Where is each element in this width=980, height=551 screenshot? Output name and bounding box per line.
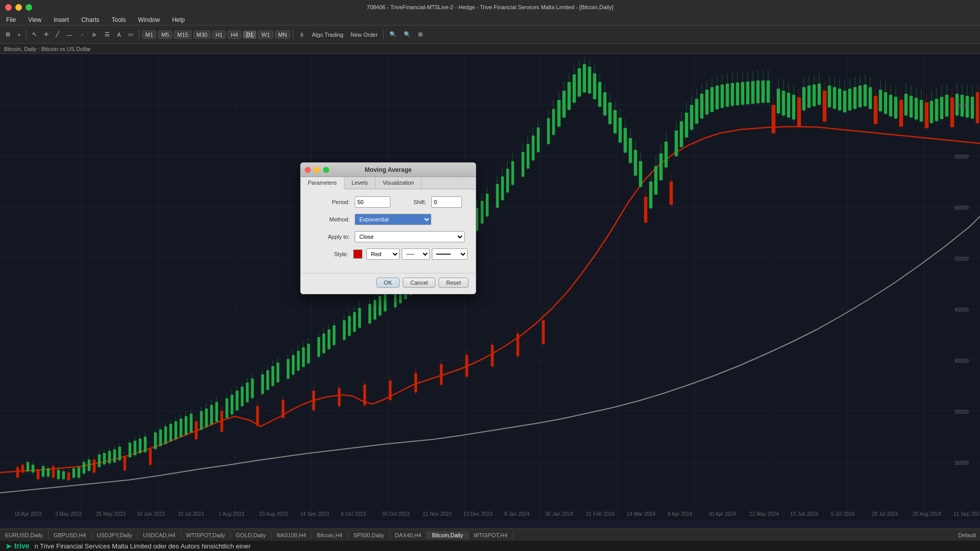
svg-rect-91 xyxy=(47,468,50,477)
menu-view[interactable]: View xyxy=(26,15,43,24)
svg-rect-175 xyxy=(307,344,310,363)
svg-rect-139 xyxy=(200,411,203,430)
btab-gbpusd[interactable]: GBPUSD,H4 xyxy=(48,531,92,539)
ma-dialog-titlebar[interactable]: Moving Average xyxy=(301,163,476,177)
svg-rect-249 xyxy=(547,118,550,144)
cancel-button[interactable]: Cancel xyxy=(403,278,435,288)
tf-h1[interactable]: H1 xyxy=(212,31,226,39)
period-input[interactable] xyxy=(355,196,390,208)
svg-rect-133 xyxy=(180,419,182,437)
traffic-lights[interactable] xyxy=(5,4,32,11)
apply-select[interactable]: Close Open High Low Median Price Typical… xyxy=(355,231,464,242)
btab-bitcoin-daily[interactable]: Bitcoin,Daily xyxy=(427,531,469,539)
svg-text:60000: 60000 xyxy=(954,205,969,211)
svg-rect-243 xyxy=(527,144,529,168)
ma-close-button[interactable] xyxy=(305,167,311,173)
svg-text:30 Apr 2024: 30 Apr 2024 xyxy=(708,511,736,517)
method-select[interactable]: Simple Exponential Smoothed Linear Weigh… xyxy=(355,214,431,225)
reset-button[interactable]: Reset xyxy=(438,278,469,288)
ma-maximize-button[interactable] xyxy=(323,167,329,173)
btab-usdcad[interactable]: USDCAD,H4 xyxy=(138,531,181,539)
svg-text:8 Jan 2024: 8 Jan 2024 xyxy=(504,511,530,517)
toolbar-hline[interactable]: — xyxy=(64,31,75,39)
toolbar-grid[interactable]: ⊞ xyxy=(415,30,425,39)
ma-tab-levels[interactable]: Levels xyxy=(345,177,376,189)
svg-rect-197 xyxy=(379,296,381,315)
svg-rect-0 xyxy=(0,54,980,520)
menu-tools[interactable]: Tools xyxy=(110,15,128,24)
btab-sp500[interactable]: SP500,Daily xyxy=(348,531,390,539)
svg-rect-187 xyxy=(348,316,351,336)
svg-rect-51 xyxy=(389,381,391,400)
menu-help[interactable]: Help xyxy=(170,15,187,24)
ma-minimize-button[interactable] xyxy=(314,167,320,173)
btab-nas100[interactable]: NAS100,H4 xyxy=(272,531,312,539)
tf-w1[interactable]: W1 xyxy=(258,31,273,39)
svg-text:25 May 2023: 25 May 2023 xyxy=(96,511,126,517)
toolbar-zoom-out[interactable]: 🔍 xyxy=(401,30,413,39)
color-swatch[interactable] xyxy=(353,249,362,259)
svg-rect-103 xyxy=(88,460,90,471)
toolbar-new-order[interactable]: New Order xyxy=(348,31,380,39)
toolbar-fib[interactable]: ☰ xyxy=(102,30,112,39)
tf-m1[interactable]: M1 xyxy=(142,31,156,39)
toolbar-text[interactable]: A xyxy=(114,31,123,39)
toolbar-algo-trading[interactable]: Algo Trading xyxy=(309,31,346,39)
tf-h4[interactable]: H4 xyxy=(228,31,241,39)
line-style-select[interactable]: ━━━━ - - - - · · · · xyxy=(432,248,468,260)
svg-rect-117 xyxy=(134,441,136,455)
color-select[interactable]: Red Blue Green xyxy=(366,248,400,260)
svg-text:3 May 2023: 3 May 2023 xyxy=(55,511,82,517)
ok-button[interactable]: OK xyxy=(376,278,400,288)
svg-rect-105 xyxy=(98,455,101,467)
tf-d1[interactable]: D1 xyxy=(243,31,256,39)
tf-mn[interactable]: MN xyxy=(275,31,290,39)
svg-rect-35 xyxy=(149,449,152,465)
btab-dax40[interactable]: DAX40,H4 xyxy=(390,531,427,539)
svg-rect-57 xyxy=(465,355,468,377)
svg-text:1 Aug 2023: 1 Aug 2023 xyxy=(218,511,244,517)
line-width-select[interactable]: ── ━━ ▬▬ xyxy=(402,248,430,260)
btab-bitcoin-h4[interactable]: Bitcoin,H4 xyxy=(312,531,348,539)
btab-usdjpy[interactable]: USDJPY,Daily xyxy=(92,531,138,539)
maximize-button[interactable] xyxy=(26,4,32,11)
menu-charts[interactable]: Charts xyxy=(79,15,101,24)
tf-m30[interactable]: M30 xyxy=(193,31,210,39)
svg-text:10 Jul 2023: 10 Jul 2023 xyxy=(178,511,204,517)
ma-tab-visualization[interactable]: Visualization xyxy=(376,177,422,189)
toolbar-rect[interactable]: ▭ xyxy=(126,30,136,39)
toolbar-new-chart[interactable]: ⊞ xyxy=(3,30,13,39)
btab-wtispot-h4[interactable]: WTISPOT,H4 xyxy=(469,531,513,539)
style-controls: Red Blue Green ── ━━ ▬▬ ━━━━ - - - - · ·… xyxy=(353,248,468,260)
close-button[interactable] xyxy=(5,4,12,11)
svg-rect-177 xyxy=(317,337,320,357)
minimize-button[interactable] xyxy=(15,4,22,11)
svg-rect-151 xyxy=(236,391,238,410)
svg-rect-125 xyxy=(159,430,162,446)
menu-window[interactable]: Window xyxy=(136,15,162,24)
menu-insert[interactable]: Insert xyxy=(52,15,71,24)
tf-m5[interactable]: M5 xyxy=(158,31,172,39)
shift-input[interactable] xyxy=(431,196,462,208)
svg-text:23 Aug 2023: 23 Aug 2023 xyxy=(259,511,288,517)
toolbar-line[interactable]: ╱ xyxy=(53,30,62,39)
svg-rect-157 xyxy=(251,379,254,398)
svg-rect-115 xyxy=(129,443,131,457)
toolbar-crosshair[interactable]: ✛ xyxy=(41,30,51,39)
btab-wtispot[interactable]: WTISPOT,Daily xyxy=(181,531,231,539)
btab-eurusd[interactable]: EURUSD,Daily xyxy=(0,531,48,539)
toolbar-candle-type[interactable]: 🕯 xyxy=(297,31,307,39)
menu-file[interactable]: File xyxy=(4,15,18,24)
svg-rect-231 xyxy=(486,194,488,216)
toolbar-trend[interactable]: ⟋ xyxy=(77,31,87,39)
toolbar-zoom-chart[interactable]: 🔍 xyxy=(387,30,399,39)
btab-gold[interactable]: GOLD,Daily xyxy=(231,531,272,539)
toolbar-zoom-in[interactable]: + xyxy=(15,31,23,39)
toolbar-channel[interactable]: ⫸ xyxy=(89,31,100,39)
svg-rect-99 xyxy=(78,467,80,478)
ma-tab-parameters[interactable]: Parameters xyxy=(301,177,345,189)
ma-traffic-lights[interactable] xyxy=(305,167,329,173)
tf-m15[interactable]: M15 xyxy=(174,31,191,39)
svg-rect-59 xyxy=(491,345,494,366)
toolbar-arrow[interactable]: ↖ xyxy=(30,30,39,39)
